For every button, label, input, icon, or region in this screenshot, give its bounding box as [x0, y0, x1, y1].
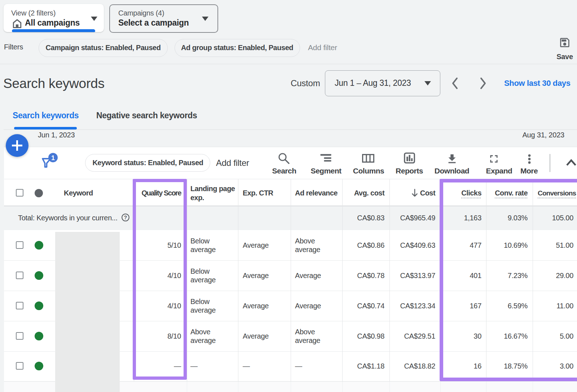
svg-text:?: ? — [124, 215, 127, 220]
svg-text:1: 1 — [51, 154, 55, 162]
